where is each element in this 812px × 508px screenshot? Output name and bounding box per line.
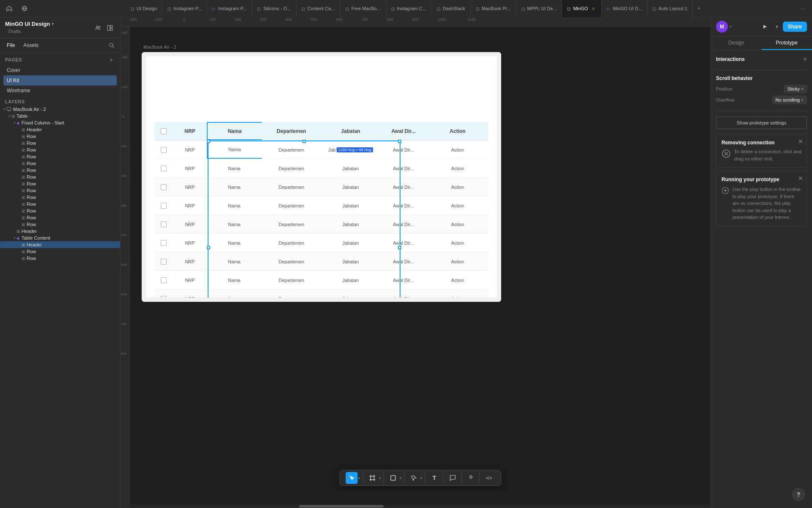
shape-tool-button[interactable] — [387, 472, 399, 484]
add-interaction-button[interactable]: + — [803, 55, 807, 63]
layer-row-6[interactable]: ▾ ⊞ Row — [0, 167, 120, 174]
add-page-button[interactable]: + — [107, 56, 115, 64]
header-checkbox[interactable] — [161, 128, 167, 134]
component-tool-button[interactable] — [465, 472, 477, 484]
code-tool-button[interactable]: </> — [483, 472, 495, 484]
tab-macbook-pr[interactable]: ◻ MacBook Pr... — [471, 0, 516, 17]
layer-macbook[interactable]: ▾ MacBook Air - 2 — [0, 106, 120, 113]
layer-name: Row — [27, 188, 120, 193]
row-checkbox[interactable] — [161, 259, 167, 265]
help-button[interactable]: ? — [792, 488, 805, 501]
layer-row-13[interactable]: ▾ ⊞ Row — [0, 214, 120, 221]
tab-content-ca[interactable]: ◻ Content Ca... — [296, 0, 340, 17]
layer-header-1[interactable]: ▾ ⊞ Header — [0, 126, 120, 133]
layer-table[interactable]: ▾ ⊞ Table — [0, 113, 120, 119]
play-dropdown-icon[interactable]: ▾ — [773, 21, 781, 33]
layer-row-3[interactable]: ▾ ⊞ Row — [0, 146, 120, 153]
show-prototype-settings-button[interactable]: Show prototype settings — [716, 116, 807, 129]
tab-instagram-c[interactable]: ◻ Instagram C... — [386, 0, 432, 17]
overflow-select[interactable]: No scrolling ▾ — [772, 96, 807, 104]
tab-prototype[interactable]: Prototype — [762, 36, 812, 50]
layer-row-10[interactable]: ▾ ⊞ Row — [0, 194, 120, 201]
tab-mingo-ui-d[interactable]: ▷ MinGO UI D... — [602, 0, 647, 17]
layer-table-content[interactable]: ▾ ◈ Table Content — [0, 235, 120, 241]
tab-mppl-ui[interactable]: ◻ MPPL UI De... — [516, 0, 562, 17]
row-checkbox[interactable] — [161, 240, 167, 246]
frame-tool-button[interactable] — [366, 472, 378, 484]
grid-icon: ⊞ — [22, 243, 25, 247]
community-icon[interactable] — [19, 3, 30, 14]
tab-dashstack[interactable]: ◻ DashStack — [432, 0, 471, 17]
layer-header-active[interactable]: ▾ ⊞ Header — [0, 241, 120, 248]
layer-row-14[interactable]: ▾ ⊞ Row — [0, 221, 120, 228]
svg-point-2 — [96, 26, 99, 28]
project-name[interactable]: MinGO UI Design ▾ — [5, 21, 54, 27]
row-checkbox[interactable] — [161, 147, 167, 153]
layer-name: MacBook Air - 2 — [13, 107, 120, 112]
layer-row-4[interactable]: ▾ ⊞ Row — [0, 153, 120, 160]
layout-icon[interactable] — [105, 23, 115, 33]
running-prototype-close-button[interactable]: ✕ — [798, 175, 803, 182]
select-dropdown-icon[interactable]: ▾ — [358, 476, 360, 480]
tab-design[interactable]: Design — [711, 36, 762, 50]
pen-tool-button[interactable] — [408, 472, 420, 484]
layer-row-final2[interactable]: ▾ ⊞ Row — [0, 255, 120, 262]
layer-row-5[interactable]: ▾ ⊞ Row — [0, 160, 120, 167]
row-checkbox[interactable] — [161, 203, 167, 209]
tab-mingo[interactable]: ◻ MinGO ✕ — [562, 0, 602, 17]
layer-row-1[interactable]: ▾ ⊞ Row — [0, 133, 120, 140]
pen-dropdown-icon[interactable]: ▾ — [420, 476, 422, 480]
row-checkbox[interactable] — [161, 277, 167, 283]
page-ui-kit[interactable]: UI Kit — [3, 75, 117, 86]
layer-row-8[interactable]: ▾ ⊞ Row — [0, 180, 120, 187]
layer-row-final1[interactable]: ▾ ⊞ Row — [0, 248, 120, 255]
assets-tab[interactable]: Assets — [20, 41, 42, 50]
layer-row-11[interactable]: ▾ ⊞ Row — [0, 201, 120, 207]
cell-dept: Departemen — [262, 296, 321, 298]
search-button[interactable] — [107, 40, 117, 50]
tab-3dicons[interactable]: ◻ 3dicons - O... — [252, 0, 296, 17]
layer-name: Row — [27, 195, 120, 200]
ruler-mark: 0 — [183, 17, 185, 22]
position-select[interactable]: Sticky ▾ — [784, 85, 807, 93]
tab-add-button[interactable]: + — [693, 3, 705, 14]
user-avatar[interactable]: M — [716, 21, 728, 33]
share-button[interactable]: Share — [783, 22, 807, 32]
layer-row-9[interactable]: ▾ ⊞ Row — [0, 187, 120, 194]
avatar-dropdown-icon[interactable]: ▾ — [730, 25, 731, 29]
layer-row-12[interactable]: ▾ ⊞ Row — [0, 207, 120, 214]
running-prototype-title: Running your prototype — [721, 177, 779, 182]
text-tool-button[interactable]: T — [428, 472, 440, 484]
comment-tool-button[interactable] — [447, 472, 458, 484]
shape-dropdown-icon[interactable]: ▾ — [400, 476, 401, 480]
table-row: NRP Nama Departemen Jabatan Awal Dir... … — [154, 178, 488, 196]
tab-free-macbo[interactable]: ◻ Free MacBo... — [340, 0, 386, 17]
page-cover[interactable]: Cover — [3, 65, 117, 75]
removing-connection-close-button[interactable]: ✕ — [798, 138, 803, 145]
row-checkbox[interactable] — [161, 221, 167, 227]
running-prototype-panel: Running your prototype ✕ Use the play bu… — [716, 171, 807, 226]
layer-fixed-column[interactable]: ▾ ◈ Fixed Column - Start — [0, 119, 120, 126]
scrollbar-thumb[interactable] — [299, 505, 384, 508]
cell-nama: Nama — [207, 166, 262, 171]
tab-ui-design[interactable]: ◻ UI Design — [126, 0, 162, 17]
play-button[interactable] — [759, 21, 771, 33]
layer-row-7[interactable]: ▾ ⊞ Row — [0, 174, 120, 180]
layer-row-2[interactable]: ▾ ⊞ Row — [0, 140, 120, 146]
page-wireframe[interactable]: Wireframe — [3, 86, 117, 96]
frame-dropdown-icon[interactable]: ▾ — [379, 476, 381, 480]
file-tab[interactable]: File — [3, 41, 18, 50]
canvas-horizontal-scrollbar[interactable] — [130, 505, 710, 508]
tab-auto-layout[interactable]: ◻ Auto Layout 1 — [647, 0, 693, 17]
row-checkbox[interactable] — [161, 296, 167, 298]
tab-instagram-p1[interactable]: ◻ Instagram P... — [162, 0, 207, 17]
more-options-button[interactable]: ··· — [797, 3, 809, 14]
tab-instagram-proto[interactable]: ▷ Instagram P... — [207, 0, 252, 17]
row-checkbox[interactable] — [161, 166, 167, 171]
layer-header-2[interactable]: ▾ ⊞ Header — [0, 228, 120, 235]
home-icon[interactable] — [3, 3, 15, 14]
row-checkbox[interactable] — [161, 184, 167, 190]
tab-close-icon[interactable]: ✕ — [590, 6, 596, 11]
select-tool-button[interactable] — [346, 472, 357, 484]
team-icon[interactable] — [93, 23, 103, 33]
